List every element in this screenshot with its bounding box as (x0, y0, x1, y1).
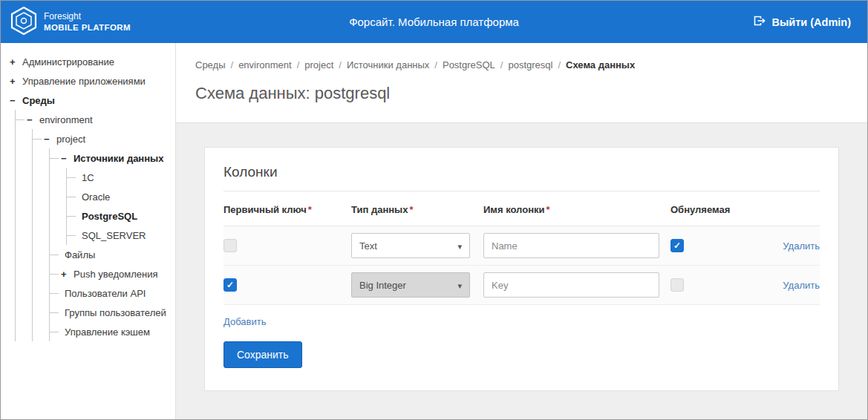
expand-icon[interactable]: + (10, 56, 20, 68)
breadcrumb-separator: / (231, 59, 234, 70)
sidebar: + Администрирование + Управление приложе… (1, 43, 176, 419)
page-title: Схема данных: postgresql (195, 84, 867, 103)
tree-item-label: Файлы (65, 249, 95, 260)
breadcrumb-item[interactable]: environment (238, 59, 292, 70)
panel-title: Колонки (223, 161, 820, 191)
data-type-selected-value: Text (359, 240, 377, 252)
nullable-checkbox[interactable] (670, 278, 684, 292)
table-header-row: Первичный ключ Тип данных Имя колонки Об… (223, 191, 820, 226)
app-title: Форсайт. Мобильная платформа (1, 16, 867, 28)
tree-item-label: Управление кэшем (65, 327, 150, 338)
breadcrumb-item[interactable]: Источники данных (347, 59, 429, 70)
breadcrumb-item[interactable]: project (304, 59, 333, 70)
tree-item-label: Управление приложениями (22, 76, 146, 87)
column-header-data-type: Тип данных (351, 204, 413, 215)
tree-item-label: PostgreSQL (82, 211, 137, 222)
logout-button[interactable]: Выйти (Admin) (753, 15, 867, 29)
add-row-container: Добавить (223, 305, 820, 329)
columns-panel: Колонки Первичный ключ Тип данных Имя ко… (204, 147, 839, 391)
tree-item-label: Пользователи API (65, 288, 146, 299)
chevron-down-icon (457, 240, 462, 252)
tree-branch: 1C Oracle PostgreSQL SQL_SERVER (66, 168, 171, 245)
tree-item-label: Группы пользователей (65, 307, 166, 318)
primary-key-checkbox[interactable] (223, 239, 237, 252)
breadcrumb-item-current: Схема данных (566, 59, 635, 70)
column-header-nullable: Обнуляемая (670, 204, 730, 215)
collapse-icon[interactable]: − (44, 134, 54, 145)
collapse-icon[interactable]: − (10, 95, 20, 106)
tree-item-cache-management[interactable]: Управление кэшем (50, 322, 171, 341)
column-header-column-name: Имя колонки (483, 204, 550, 215)
brand-logo: Foresight MOBILE PLATFORM (1, 6, 131, 39)
tree-branch: − Источники данных 1C Oracle (49, 148, 171, 341)
column-name-input[interactable] (483, 233, 659, 258)
data-type-selected-value: Big Integer (359, 280, 406, 291)
breadcrumb-item[interactable]: PostgreSQL (443, 59, 495, 70)
expand-icon[interactable]: + (10, 76, 20, 87)
add-column-link[interactable]: Добавить (223, 316, 266, 327)
tree-item-label: Администрирование (22, 56, 114, 68)
tree-item-postgresql[interactable]: PostgreSQL (67, 206, 171, 226)
logout-icon (753, 15, 766, 29)
breadcrumb-item[interactable]: Среды (195, 59, 226, 70)
breadcrumb-separator: / (297, 59, 300, 70)
delete-row-link[interactable]: Удалить (783, 280, 820, 291)
navigation-tree: + Администрирование + Управление приложе… (1, 43, 175, 349)
column-header-primary-key: Первичный ключ (223, 204, 312, 215)
table-row: Text Удалить (223, 226, 820, 266)
breadcrumb: Среды / environment / project / Источник… (195, 59, 867, 70)
breadcrumb-separator: / (500, 59, 503, 70)
table-row: Big Integer Удалить (223, 266, 820, 305)
nullable-checkbox[interactable] (670, 239, 684, 252)
tree-item-push-notifications[interactable]: + Push уведомления (50, 264, 171, 283)
top-bar: Foresight MOBILE PLATFORM Форсайт. Мобил… (1, 1, 867, 43)
content-area: Колонки Первичный ключ Тип данных Имя ко… (176, 123, 867, 419)
data-type-select[interactable]: Text (351, 233, 470, 258)
data-type-select[interactable]: Big Integer (351, 272, 470, 298)
foresight-logo-icon (10, 6, 37, 39)
chevron-down-icon (457, 280, 462, 291)
collapse-icon[interactable]: − (61, 153, 71, 164)
column-name-input[interactable] (483, 272, 659, 298)
main-area: Среды / environment / project / Источник… (176, 43, 867, 419)
brand-product: MOBILE PLATFORM (44, 22, 131, 33)
collapse-icon[interactable]: − (27, 114, 37, 125)
tree-item-oracle[interactable]: Oracle (67, 187, 171, 206)
breadcrumb-separator: / (558, 59, 561, 70)
tree-item-user-groups[interactable]: Группы пользователей (50, 303, 171, 322)
tree-item-label: SQL_SERVER (82, 230, 146, 241)
breadcrumb-separator: / (339, 59, 342, 70)
tree-item-label: Среды (22, 95, 55, 106)
tree-branch: − environment − project − Источники данн… (15, 110, 171, 341)
tree-item-administration[interactable]: + Администрирование (10, 52, 171, 71)
app-window: Foresight MOBILE PLATFORM Форсайт. Мобил… (0, 0, 868, 420)
delete-row-link[interactable]: Удалить (783, 240, 820, 252)
tree-item-label: Oracle (82, 191, 110, 203)
tree-item-data-sources[interactable]: − Источники данных (50, 148, 171, 168)
tree-item-label: Push уведомления (74, 269, 158, 280)
expand-icon[interactable]: + (61, 269, 71, 280)
tree-item-label: 1C (82, 172, 94, 183)
tree-item-label: project (56, 134, 85, 145)
tree-item-1c[interactable]: 1C (67, 168, 171, 187)
tree-item-environment[interactable]: − environment (16, 110, 171, 129)
logout-label: Выйти (Admin) (771, 16, 851, 28)
tree-item-app-management[interactable]: + Управление приложениями (10, 71, 171, 91)
primary-key-checkbox[interactable] (223, 278, 237, 292)
tree-item-environments[interactable]: − Среды (10, 91, 171, 110)
brand-name: Foresight (44, 11, 131, 22)
save-button[interactable]: Сохранить (223, 341, 302, 368)
tree-item-sql-server[interactable]: SQL_SERVER (67, 226, 171, 245)
tree-branch: − project − Источники данных 1C (32, 129, 171, 341)
tree-item-files[interactable]: Файлы (50, 245, 171, 264)
page-header: Среды / environment / project / Источник… (176, 43, 867, 123)
brand-text: Foresight MOBILE PLATFORM (44, 11, 131, 33)
breadcrumb-separator: / (434, 59, 437, 70)
tree-item-project[interactable]: − project (33, 129, 171, 148)
tree-item-api-users[interactable]: Пользователи API (50, 283, 171, 303)
tree-item-label: Источники данных (74, 153, 163, 164)
tree-item-label: environment (39, 114, 93, 125)
breadcrumb-item[interactable]: postgresql (508, 59, 552, 70)
